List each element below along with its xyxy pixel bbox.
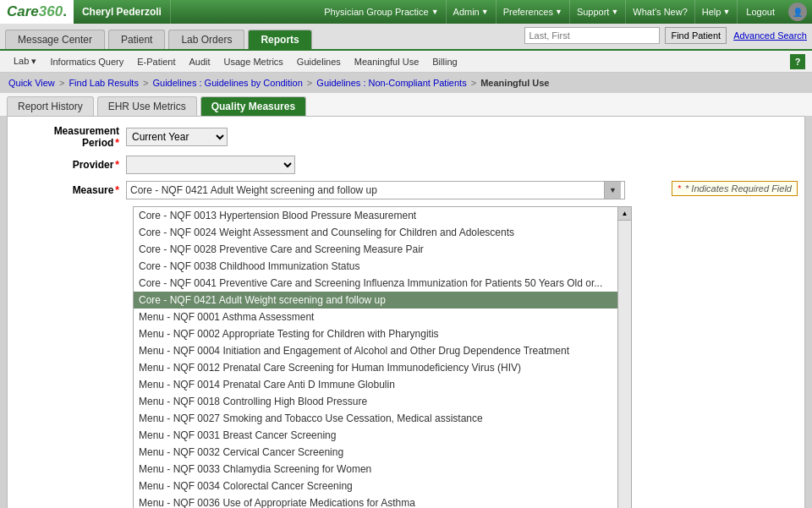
dropdown-item[interactable]: Menu - NQF 0012 Prenatal Care Screening … [134,359,617,376]
required-indicator: * [115,137,119,149]
dropdown-item[interactable]: Core - NQF 0038 Childhood Immunization S… [134,258,617,275]
org-name: Physician Group Practice [324,7,429,17]
help-arrow-icon: ▼ [722,8,730,16]
admin-menu[interactable]: Admin ▼ [447,0,497,24]
measurement-period-label: Measurement Period* [16,125,126,149]
preferences-arrow-icon: ▼ [555,8,562,16]
dropdown-item[interactable]: Core - NQF 0421 Adult Weight screening a… [134,292,617,309]
support-menu[interactable]: Support ▼ [570,0,626,24]
main-tab-message-center[interactable]: Message Center [5,30,105,49]
provider-row: Provider* [16,156,796,174]
breadcrumb-non-compliant[interactable]: Guidelines : Non-Compliant Patients [316,78,466,88]
nav-item-audit[interactable]: Audit [182,57,217,67]
required-star-icon: * [678,183,681,194]
second-nav-bar: Lab ▾Informatics QueryE-PatientAuditUsag… [0,51,812,73]
advanced-search-link[interactable]: Advanced Search [733,30,807,41]
dropdown-item[interactable]: Menu - NQF 0033 Chlamydia Screening for … [134,461,617,478]
provider-control [126,156,295,174]
dropdown-item[interactable]: Core - NQF 0041 Preventive Care and Scre… [134,275,617,292]
logo: Care360. [0,0,74,24]
measure-row: Measure* Core - NQF 0421 Adult Weight sc… [16,181,796,199]
patient-search-input[interactable] [524,27,660,44]
org-arrow-icon: ▼ [431,8,439,16]
measure-dropdown-container: Core - NQF 0013 Hypertension Blood Press… [133,206,796,508]
org-selector[interactable]: Physician Group Practice ▼ [317,0,446,24]
dropdown-item[interactable]: Core - NQF 0013 Hypertension Blood Press… [134,207,617,224]
dropdown-item[interactable]: Menu - NQF 0004 Initiation and Engagemen… [134,342,617,359]
dropdown-item[interactable]: Menu - NQF 0036 Use of Appropriate Medic… [134,494,617,508]
dropdown-item[interactable]: Menu - NQF 0034 Colorectal Cancer Screen… [134,478,617,494]
find-patient-button[interactable]: Find Patient [665,27,727,44]
main-tab-lab-orders[interactable]: Lab Orders [168,30,244,49]
nav-item-informatics-query[interactable]: Informatics Query [43,57,130,67]
dropdown-item[interactable]: Menu - NQF 0014 Prenatal Care Anti D Imm… [134,376,617,393]
required-field-note: * * Indicates Required Field [672,181,798,196]
nav-item-meaningful-use[interactable]: Meaningful Use [348,57,425,67]
report-tab-quality-measures[interactable]: Quality Measures [200,96,306,116]
admin-arrow-icon: ▼ [481,8,489,16]
breadcrumb-find-lab[interactable]: Find Lab Results [69,78,139,88]
provider-select[interactable] [126,156,295,174]
profile-icon[interactable]: 👤 [783,0,812,24]
dropdown-item[interactable]: Core - NQF 0024 Weight Assessment and Co… [134,224,617,241]
main-tab-patient[interactable]: Patient [108,30,165,49]
nav-item-billing[interactable]: Billing [425,57,464,67]
measure-dropdown-list: Core - NQF 0013 Hypertension Blood Press… [134,207,617,508]
logout-button[interactable]: Logout [738,0,783,24]
breadcrumb: Quick View > Find Lab Results > Guidelin… [0,73,812,93]
nav-item-usage-metrics[interactable]: Usage Metrics [217,57,290,67]
dropdown-item[interactable]: Menu - NQF 0002 Appropriate Testing for … [134,325,617,342]
support-arrow-icon: ▼ [611,8,618,16]
nav-item-guidelines[interactable]: Guidelines [290,57,348,67]
provider-label: Provider* [16,159,126,171]
dropdown-item[interactable]: Menu - NQF 0001 Asthma Assessment [134,309,617,325]
main-content: Measurement Period* Current Year Previou… [7,116,805,508]
nav-item-lab[interactable]: Lab ▾ [7,56,43,67]
measure-dropdown: Core - NQF 0013 Hypertension Blood Press… [133,206,632,508]
preferences-menu[interactable]: Preferences ▼ [497,0,570,24]
breadcrumb-current: Meaningful Use [480,78,549,88]
help-context-icon[interactable]: ? [790,54,805,69]
measure-dropdown-trigger[interactable]: Core - NQF 0421 Adult Weight screening a… [126,181,625,199]
measurement-period-row: Measurement Period* Current Year Previou… [16,125,796,149]
main-tab-reports[interactable]: Reports [248,30,311,49]
page-wrapper: Care360. Cheryl Pederzoli Physician Grou… [0,0,812,508]
dropdown-item[interactable]: Menu - NQF 0031 Breast Cancer Screening [134,427,617,444]
scroll-up-icon[interactable]: ▲ [618,207,631,221]
required-indicator-3: * [115,184,119,196]
dropdown-item[interactable]: Menu - NQF 0018 Controlling High Blood P… [134,393,617,410]
breadcrumb-guidelines-condition[interactable]: Guidelines : Guidelines by Condition [152,78,302,88]
whats-new-menu[interactable]: What's New? [626,0,694,24]
dropdown-item[interactable]: Menu - NQF 0027 Smoking and Tobacco Use … [134,410,617,427]
measure-label: Measure* [16,184,126,196]
nav-item-e-patient[interactable]: E-Patient [130,57,182,67]
measure-selected-value: Core - NQF 0421 Adult Weight screening a… [130,184,604,196]
measurement-period-control: Current Year Previous Year Custom [126,128,228,146]
required-indicator-2: * [115,159,119,171]
help-menu[interactable]: Help ▼ [695,0,738,24]
measure-dropdown-arrow[interactable]: ▼ [604,182,621,199]
report-tabs: Report HistoryEHR Use MetricsQuality Mea… [0,93,812,116]
breadcrumb-quick-view[interactable]: Quick View [8,78,55,88]
user-name: Cheryl Pederzoli [74,0,171,24]
measure-control: Core - NQF 0421 Adult Weight screening a… [126,181,625,199]
measurement-period-select[interactable]: Current Year Previous Year Custom [126,128,228,146]
report-tab-ehr-use-metrics[interactable]: EHR Use Metrics [97,96,197,116]
dropdown-item[interactable]: Menu - NQF 0032 Cervical Cancer Screenin… [134,444,617,461]
report-tab-report-history[interactable]: Report History [7,96,94,116]
dropdown-scrollbar[interactable]: ▲ ▼ [617,207,631,508]
dropdown-item[interactable]: Core - NQF 0028 Preventive Care and Scre… [134,241,617,258]
